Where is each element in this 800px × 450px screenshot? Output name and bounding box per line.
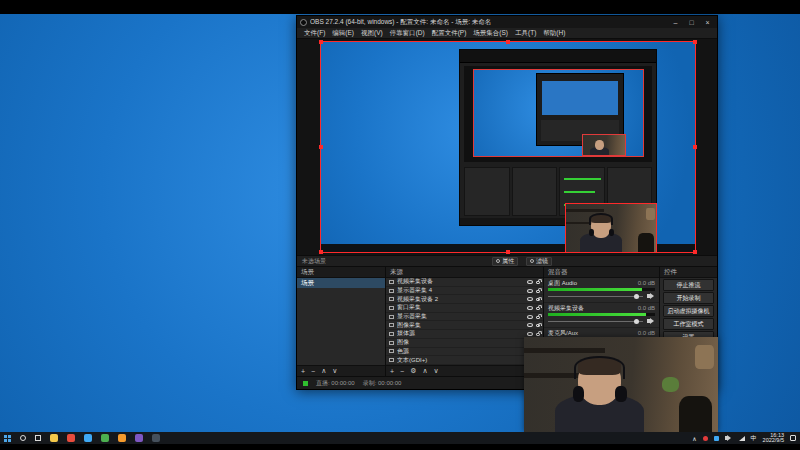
start-button[interactable]	[4, 435, 11, 442]
tray-chevron-icon[interactable]: ∧	[692, 435, 696, 442]
volume-slider[interactable]	[548, 296, 643, 297]
menu-item-profile[interactable]: 配置文件(P)	[429, 29, 470, 38]
desktop[interactable]: OBS 27.2.4 (64-bit, windows) - 配置文件: 未命名…	[0, 14, 800, 432]
scene-item[interactable]: 场景	[297, 278, 385, 288]
properties-label: 属性	[502, 257, 514, 266]
source-type-icon	[389, 306, 394, 310]
selection-handle[interactable]	[319, 250, 323, 254]
chair	[638, 233, 653, 251]
sources-dock-title: 来源	[386, 267, 543, 278]
lamp	[695, 345, 714, 370]
selection-handle[interactable]	[319, 145, 323, 149]
lock-icon[interactable]	[536, 307, 540, 310]
volume-slider[interactable]	[548, 321, 643, 322]
webcam-picture	[583, 135, 624, 155]
search-icon[interactable]	[20, 435, 26, 441]
app-icon-dark[interactable]	[152, 434, 160, 442]
menu-item-help[interactable]: 帮助(H)	[540, 29, 568, 38]
ime-language-indicator[interactable]: 中	[751, 434, 757, 443]
source-name: 图像采集	[397, 321, 524, 330]
title-bar[interactable]: OBS 27.2.4 (64-bit, windows) - 配置文件: 未命名…	[297, 16, 717, 28]
filters-button[interactable]: 滤镜	[526, 257, 552, 266]
notification-center-icon[interactable]	[790, 435, 796, 441]
visibility-icon[interactable]	[527, 297, 533, 301]
selection-handle[interactable]	[506, 250, 510, 254]
volume-slider-knob[interactable]	[634, 294, 639, 299]
app-icon-blue[interactable]	[84, 434, 92, 442]
menu-item-edit[interactable]: 编辑(E)	[329, 29, 357, 38]
menu-item-docks[interactable]: 停靠窗口(D)	[387, 29, 428, 38]
lock-icon[interactable]	[536, 298, 540, 301]
source-row[interactable]: 文本(GDI+)	[386, 356, 543, 365]
selection-handle[interactable]	[319, 40, 323, 44]
source-up-button[interactable]: ∧	[422, 367, 427, 375]
shelf	[524, 348, 605, 353]
controls-dock-title: 控件	[660, 267, 717, 278]
lock-icon[interactable]	[536, 290, 540, 293]
app-icon-purple[interactable]	[135, 434, 143, 442]
menu-item-scene-collection[interactable]: 场景集合(S)	[470, 29, 511, 38]
add-scene-button[interactable]: +	[301, 368, 305, 375]
lock-icon[interactable]	[536, 324, 540, 327]
scene-down-button[interactable]: ∨	[332, 367, 337, 375]
menu-item-tools[interactable]: 工具(T)	[512, 29, 539, 38]
source-type-icon	[389, 323, 394, 327]
source-down-button[interactable]: ∨	[434, 367, 439, 375]
selection-handle[interactable]	[693, 145, 697, 149]
add-source-button[interactable]: +	[390, 368, 394, 375]
visibility-icon[interactable]	[527, 315, 533, 319]
webcam-source[interactable]	[566, 204, 657, 252]
visibility-icon[interactable]	[527, 332, 533, 336]
filters-label: 滤镜	[536, 257, 548, 266]
mixer-channel: 桌面 Audio 0.0 dB	[544, 278, 659, 303]
volume-slider-knob[interactable]	[634, 319, 639, 324]
app-icon-green[interactable]	[101, 434, 109, 442]
source-properties-button[interactable]: ⚙	[410, 367, 416, 375]
obs-window: OBS 27.2.4 (64-bit, windows) - 配置文件: 未命名…	[296, 15, 718, 390]
menu-item-view[interactable]: 视图(V)	[358, 29, 386, 38]
scene-up-button[interactable]: ∧	[321, 367, 326, 375]
volume-icon[interactable]	[725, 436, 728, 440]
preview-canvas[interactable]	[297, 39, 717, 255]
clock[interactable]: 16:13 2022/9/5	[763, 433, 784, 444]
mute-speaker-icon[interactable]	[647, 319, 650, 323]
taskbar-apps	[4, 434, 160, 442]
file-explorer-icon[interactable]	[50, 434, 58, 442]
visibility-icon[interactable]	[527, 306, 533, 310]
headphones-band	[574, 356, 624, 379]
stream-health-indicator	[303, 381, 308, 386]
visibility-icon[interactable]	[527, 289, 533, 293]
lock-icon[interactable]	[536, 281, 540, 284]
selection-handle[interactable]	[693, 250, 697, 254]
maximize-button[interactable]: □	[685, 17, 698, 27]
visibility-icon[interactable]	[527, 280, 533, 284]
task-view-icon[interactable]	[35, 435, 41, 441]
mixer-channel: 视频采集设备 0.0 dB	[544, 303, 659, 328]
mute-speaker-icon[interactable]	[647, 294, 650, 298]
network-icon[interactable]	[739, 436, 745, 441]
virtual-camera-button[interactable]: 启动虚拟摄像机	[663, 305, 714, 317]
menu-item-file[interactable]: 文件(F)	[301, 29, 328, 38]
properties-button[interactable]: 属性	[492, 257, 518, 266]
start-recording-button[interactable]: 开始录制	[663, 292, 714, 304]
lock-icon[interactable]	[536, 333, 540, 336]
captured-title-bar	[460, 50, 655, 62]
tray-app-icon[interactable]	[714, 436, 719, 441]
stop-streaming-button[interactable]: 停止推流	[663, 279, 714, 291]
remove-source-button[interactable]: −	[400, 368, 404, 375]
display-capture-source[interactable]	[321, 42, 695, 252]
channel-db: 0.0 dB	[638, 305, 655, 312]
remove-scene-button[interactable]: −	[311, 368, 315, 375]
studio-mode-button[interactable]: 工作室模式	[663, 318, 714, 330]
app-icon-orange[interactable]	[118, 434, 126, 442]
lock-icon[interactable]	[536, 316, 540, 319]
close-button[interactable]: ×	[701, 17, 714, 27]
minimize-button[interactable]: –	[669, 17, 682, 27]
selection-handle[interactable]	[506, 40, 510, 44]
volume-meter	[548, 313, 655, 316]
tray-obs-icon[interactable]	[703, 436, 708, 441]
browser-icon[interactable]	[67, 434, 75, 442]
selection-handle[interactable]	[693, 40, 697, 44]
captured-scenes-panel	[464, 167, 509, 216]
visibility-icon[interactable]	[527, 323, 533, 327]
